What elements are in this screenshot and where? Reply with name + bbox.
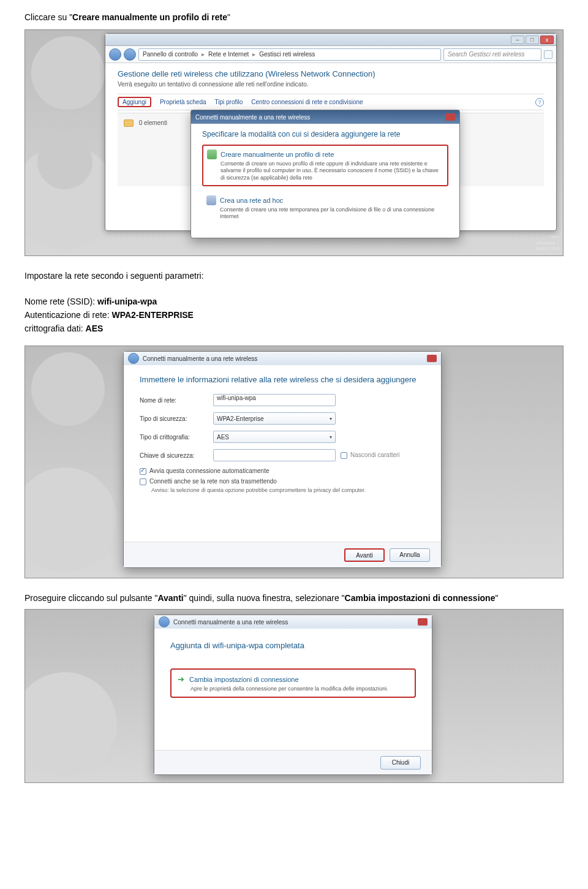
checkbox-icon: [140, 468, 146, 475]
arrow-icon: ➔: [178, 675, 184, 684]
dialog-add-network: Connetti manualmente a una rete wireless…: [190, 110, 460, 238]
back-button[interactable]: [109, 48, 121, 61]
label-network-name: Nome di rete:: [140, 397, 213, 404]
toolbar-tipi[interactable]: Tipi profilo: [215, 99, 243, 105]
option-title: Crea una rete ad hoc: [220, 197, 283, 204]
breadcrumb-item[interactable]: Pannello di controllo: [143, 51, 198, 58]
dialog-titlebar: Connetti manualmente a una rete wireless: [191, 110, 459, 124]
checkbox-hide-chars[interactable]: Nascondi caratteri: [341, 452, 400, 459]
folder-icon: [124, 119, 134, 127]
intro-text: Cliccare su "Creare manualmente un profi…: [24, 12, 564, 22]
item-count: 0 elementi: [139, 119, 167, 126]
toolbar-proprieta[interactable]: Proprietà scheda: [160, 99, 206, 105]
option-description: Apre le proprietà della connessione per …: [178, 686, 409, 692]
close-icon[interactable]: [445, 113, 455, 121]
intro-prefix: Cliccare su ": [24, 12, 72, 22]
instr-line3: crittografia dati: AES: [24, 323, 564, 333]
dialog-titlebar: Connetti manualmente a una rete wireless: [154, 615, 432, 629]
instr-paragraph: Proseguire cliccando sul pulsante "Avant…: [24, 593, 564, 603]
checkbox-connect-hidden[interactable]: Connetti anche se la rete non sta trasme…: [140, 478, 425, 485]
option-description: Consente di creare un nuovo profilo di r…: [207, 161, 443, 181]
row-network-name: Nome di rete: wifi-unipa-wpa: [140, 394, 425, 406]
cancel-button[interactable]: Annulla: [390, 548, 430, 562]
search-icon[interactable]: [544, 50, 552, 59]
checkbox-auto-connect[interactable]: Avvia questa connessione automaticamente: [140, 467, 425, 475]
screenshot-manage-wireless: – □ x Pannello di controllo▸ Rete e Inte…: [24, 29, 564, 256]
dialog-heading: Aggiunta di wifi-unipa-wpa completata: [170, 641, 416, 650]
help-icon[interactable]: ?: [535, 98, 544, 107]
input-security-key[interactable]: [213, 449, 336, 461]
row-security-type: Tipo di sicurezza: WPA2-Enterprise▾: [140, 412, 425, 425]
option-description: Consente di creare una rete temporanea p…: [206, 206, 444, 221]
warning-text: Avviso: la selezione di questa opzione p…: [151, 487, 425, 493]
dialog-heading: Immettere le informazioni relative alla …: [140, 375, 425, 384]
dialog-title-text: Connetti manualmente a una rete wireless: [173, 619, 288, 626]
address-bar: Pannello di controllo▸ Rete e Internet▸ …: [105, 46, 556, 63]
row-security-key: Chiave di sicurezza: Nascondi caratteri: [140, 449, 425, 461]
window-subtext: Verrà eseguito un tentativo di connessio…: [118, 81, 544, 88]
intro-bold: Creare manualmente un profilo di rete: [72, 12, 227, 22]
dialog-heading: Specificare la modalità con cui si desid…: [202, 130, 448, 138]
next-button[interactable]: Avanti: [344, 548, 385, 562]
toolbar-centro[interactable]: Centro connessioni di rete e condivision…: [251, 99, 363, 105]
option-title: Creare manualmente un profilo di rete: [221, 151, 334, 158]
close-icon[interactable]: [418, 618, 428, 626]
option-adhoc[interactable]: Crea una rete ad hoc Consente di creare …: [202, 191, 448, 225]
toolbar: Aggiungi Proprietà scheda Tipi profilo C…: [118, 94, 544, 110]
adhoc-icon: [206, 195, 216, 205]
dialog-title-text: Connetti manualmente a una rete wireless: [195, 114, 310, 121]
breadcrumb-item[interactable]: Rete e Internet: [208, 51, 249, 58]
row-encryption: Tipo di crittografia: AES▾: [140, 431, 425, 443]
back-button[interactable]: [159, 616, 170, 627]
chevron-down-icon: ▾: [330, 416, 332, 422]
instr-lead: Impostare la rete secondo i seguenti par…: [24, 271, 564, 281]
label-encryption: Tipo di crittografia:: [140, 434, 213, 441]
screenshot-added-complete: Connetti manualmente a una rete wireless…: [24, 609, 564, 783]
close-button[interactable]: Chiudi: [380, 756, 421, 770]
dialog-footer: Avanti Annulla: [124, 542, 441, 567]
forward-button[interactable]: [124, 48, 136, 61]
dropdown-security-type[interactable]: WPA2-Enterprise▾: [213, 412, 336, 425]
label-security-key: Chiave di sicurezza:: [140, 452, 213, 459]
maximize-button[interactable]: □: [526, 36, 539, 44]
screenshot-enter-info: Connetti manualmente a una rete wireless…: [24, 346, 564, 578]
instr-line2: Autenticazione di rete: WPA2-ENTERPRISE: [24, 310, 564, 320]
window-titlebar: – □ x: [105, 34, 556, 46]
window-heading: Gestione delle reti wireless che utilizz…: [118, 69, 544, 78]
option-create-profile[interactable]: Creare manualmente un profilo di rete Co…: [202, 145, 448, 186]
close-icon[interactable]: [427, 355, 437, 362]
close-button[interactable]: x: [540, 36, 554, 44]
label-security-type: Tipo di sicurezza:: [140, 415, 213, 422]
dialog-footer: Chiudi: [154, 750, 432, 774]
back-button[interactable]: [128, 353, 139, 364]
input-network-name[interactable]: wifi-unipa-wpa: [213, 394, 336, 406]
dialog-added: Connetti manualmente a una rete wireless…: [154, 615, 432, 775]
intro-suffix: ": [227, 12, 230, 22]
dialog-title-text: Connetti manualmente a una rete wireless: [143, 355, 257, 362]
minimize-button[interactable]: –: [511, 36, 524, 44]
option-title: Cambia impostazioni di connessione: [189, 676, 299, 683]
option-change-settings[interactable]: ➔ Cambia impostazioni di connessione Apr…: [170, 668, 416, 698]
checkbox-icon: [140, 479, 146, 485]
windows-watermark: tino Windows 7 Build 7100: [516, 234, 559, 252]
breadcrumb[interactable]: Pannello di controllo▸ Rete e Internet▸ …: [138, 48, 441, 61]
dropdown-encryption[interactable]: AES▾: [213, 431, 336, 443]
instr-line1: Nome rete (SSID): wifi-unipa-wpa: [24, 297, 564, 306]
chevron-down-icon: ▾: [330, 434, 332, 440]
network-profile-icon: [207, 149, 217, 159]
toolbar-aggiungi[interactable]: Aggiungi: [118, 97, 151, 107]
dialog-titlebar: Connetti manualmente a una rete wireless: [124, 352, 441, 365]
dialog-network-info: Connetti manualmente a una rete wireless…: [123, 351, 442, 568]
search-input[interactable]: Search Gestisci reti wireless: [443, 48, 541, 61]
breadcrumb-item[interactable]: Gestisci reti wireless: [259, 51, 315, 58]
